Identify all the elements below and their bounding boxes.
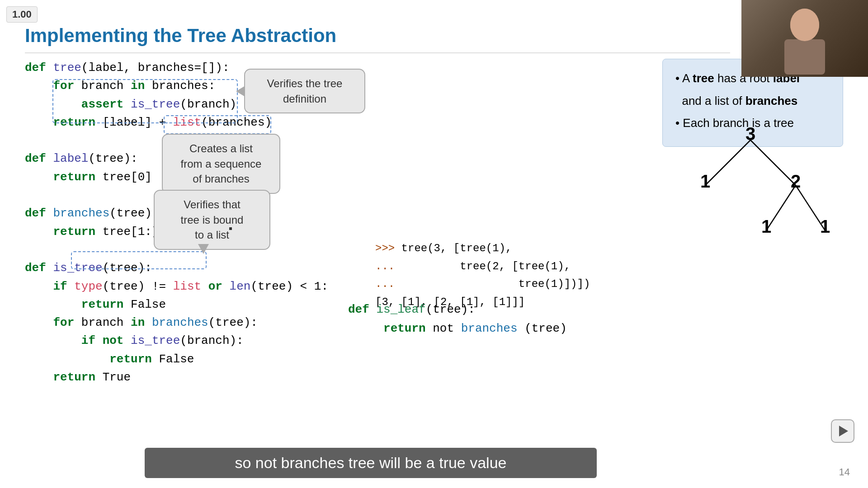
svg-point-6 bbox=[790, 9, 819, 41]
video-face bbox=[741, 0, 868, 77]
slide-badge: 1.00 bbox=[6, 6, 38, 23]
code-line-15: for branch in branches(tree): bbox=[25, 314, 350, 332]
svg-rect-5 bbox=[784, 39, 825, 75]
tooltip-creates-list: Creates a listfrom a sequenceof branches bbox=[162, 134, 280, 194]
tree-node-right-left: 1 bbox=[761, 216, 771, 236]
info-line2: and a list of branches bbox=[675, 92, 830, 111]
tree-node-root: 3 bbox=[745, 124, 755, 144]
play-icon bbox=[839, 426, 848, 436]
is-leaf-line2: return not branches (tree) bbox=[348, 319, 583, 338]
svg-line-0 bbox=[705, 140, 750, 185]
repl-line2: ... tree(2, [tree(1), bbox=[375, 258, 646, 276]
svg-line-1 bbox=[750, 140, 796, 185]
tree-svg: 3 1 2 1 1 bbox=[646, 122, 854, 249]
video-thumbnail bbox=[741, 0, 868, 77]
caption-bar: so not branches tree will be a true valu… bbox=[145, 448, 597, 478]
highlight-type-list bbox=[71, 251, 207, 269]
highlight-list-branches bbox=[164, 115, 271, 134]
repl-line1: >>> tree(3, [tree(1), bbox=[375, 239, 646, 258]
code-line-14: return False bbox=[25, 296, 350, 314]
code-line-17: return False bbox=[25, 350, 350, 368]
tooltip-verifies-tree: Verifies the tree definition bbox=[244, 69, 365, 113]
bound-tooltip-arrow bbox=[198, 244, 209, 254]
repl-line3: ... tree(1)])]) bbox=[375, 275, 646, 293]
tree-diagram: 3 1 2 1 1 bbox=[646, 122, 854, 249]
presenter-video bbox=[764, 2, 845, 75]
is-leaf-area: def is_leaf(tree): return not branches (… bbox=[348, 300, 583, 338]
page-number: 14 bbox=[839, 466, 850, 478]
slide-title: Implementing the Tree Abstraction bbox=[25, 25, 336, 47]
title-divider bbox=[25, 52, 730, 53]
code-line-13: if type(tree) != list or len(tree) < 1: bbox=[25, 277, 350, 296]
tree-node-right-right: 1 bbox=[820, 216, 830, 236]
play-button[interactable] bbox=[831, 419, 854, 443]
tree-node-right: 2 bbox=[791, 171, 801, 191]
code-line-16: if not is_tree(branch): bbox=[25, 332, 350, 350]
tree-node-left: 1 bbox=[700, 171, 710, 191]
is-leaf-line1: def is_leaf(tree): bbox=[348, 300, 583, 319]
code-line-18: return True bbox=[25, 368, 350, 386]
tooltip-verifies-bound: Verifies thattree is boundto a list bbox=[154, 190, 270, 250]
is-leaf-block: def is_leaf(tree): return not branches (… bbox=[348, 300, 583, 338]
